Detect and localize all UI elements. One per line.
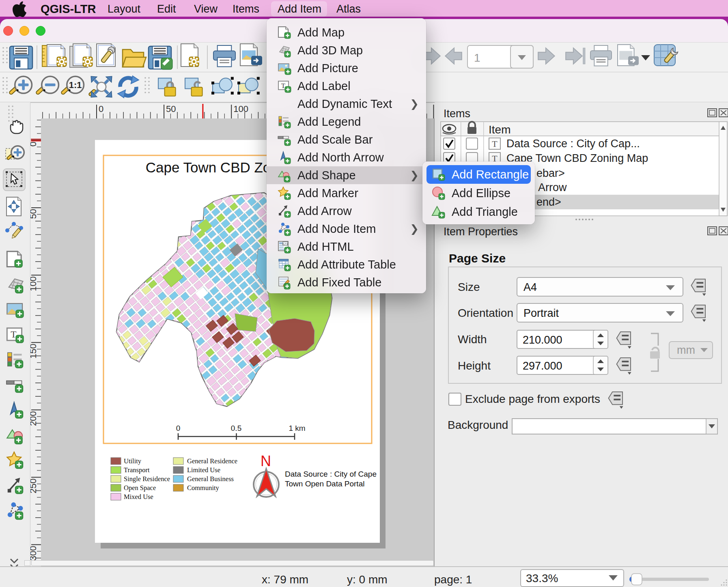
svg-text:Data Source : City of Cape: Data Source : City of Cape xyxy=(285,470,377,478)
svg-text:1 km: 1 km xyxy=(289,424,305,432)
svg-text:210.000: 210.000 xyxy=(523,334,562,346)
svg-text:33.3%: 33.3% xyxy=(526,572,558,585)
svg-text:200: 200 xyxy=(30,411,38,426)
svg-text:0: 0 xyxy=(176,424,181,432)
svg-text:General Business: General Business xyxy=(187,475,234,483)
svg-text:0: 0 xyxy=(99,104,103,114)
svg-text:page: 1: page: 1 xyxy=(434,573,472,586)
svg-text:Page Size: Page Size xyxy=(449,252,506,265)
svg-text:Data Source : City of Cap...: Data Source : City of Cap... xyxy=(506,138,640,150)
svg-text:Items: Items xyxy=(444,108,470,120)
svg-text:300: 300 xyxy=(30,546,38,561)
svg-text:Size: Size xyxy=(458,281,480,293)
svg-text:100: 100 xyxy=(233,104,248,114)
svg-text:Mixed Use: Mixed Use xyxy=(124,493,153,501)
svg-text:Background: Background xyxy=(448,419,508,431)
svg-text:Arrow: Arrow xyxy=(538,181,567,194)
svg-text:y: 0 mm: y: 0 mm xyxy=(347,573,388,586)
svg-text:Orientation: Orientation xyxy=(458,307,513,319)
svg-text:General Residence: General Residence xyxy=(187,457,237,465)
svg-text:Exclude page from exports: Exclude page from exports xyxy=(465,393,600,405)
svg-text:x: 79 mm: x: 79 mm xyxy=(262,573,308,586)
svg-text:Item Properties: Item Properties xyxy=(444,226,518,238)
svg-text:50: 50 xyxy=(30,209,38,219)
svg-text:100: 100 xyxy=(30,276,38,291)
svg-text:Community: Community xyxy=(187,484,220,492)
svg-text:Limited Use: Limited Use xyxy=(187,466,220,474)
svg-text:Utility: Utility xyxy=(124,457,142,465)
svg-text:Portrait: Portrait xyxy=(523,307,559,319)
svg-text:0: 0 xyxy=(30,142,38,146)
svg-text:T: T xyxy=(11,329,16,340)
svg-text:Town Open Data Portal: Town Open Data Portal xyxy=(285,479,364,488)
svg-text:mm: mm xyxy=(677,344,695,356)
svg-text:T: T xyxy=(492,139,498,149)
svg-text:A4: A4 xyxy=(523,281,537,293)
svg-text:Transport: Transport xyxy=(124,466,150,474)
svg-text:297.000: 297.000 xyxy=(523,360,562,372)
svg-text:1:1: 1:1 xyxy=(69,80,82,90)
svg-text:Single Residence: Single Residence xyxy=(124,475,170,483)
svg-text:Item: Item xyxy=(489,123,510,136)
svg-text:150: 150 xyxy=(30,344,38,359)
svg-text:</>: </> xyxy=(282,242,289,246)
svg-text:N: N xyxy=(261,453,271,469)
svg-text:Width: Width xyxy=(458,333,487,346)
svg-text:Open Space: Open Space xyxy=(124,484,156,492)
svg-text:end>: end> xyxy=(536,196,561,208)
svg-text:ebar>: ebar> xyxy=(536,167,565,179)
svg-text:250: 250 xyxy=(30,479,38,494)
svg-text:Height: Height xyxy=(458,359,491,372)
svg-text:0.5: 0.5 xyxy=(231,424,241,432)
svg-text:50: 50 xyxy=(166,104,176,114)
